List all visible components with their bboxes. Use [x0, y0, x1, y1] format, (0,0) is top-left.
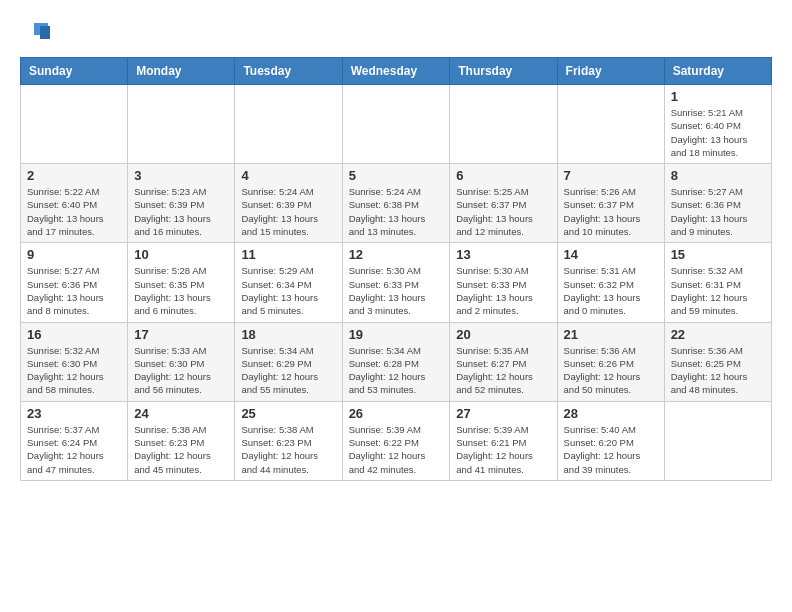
calendar-week-5: 23Sunrise: 5:37 AMSunset: 6:24 PMDayligh… — [21, 401, 772, 480]
calendar-cell: 2Sunrise: 5:22 AMSunset: 6:40 PMDaylight… — [21, 164, 128, 243]
day-number: 19 — [349, 327, 444, 342]
calendar-cell: 25Sunrise: 5:38 AMSunset: 6:23 PMDayligh… — [235, 401, 342, 480]
day-number: 23 — [27, 406, 121, 421]
day-info: Sunrise: 5:34 AMSunset: 6:29 PMDaylight:… — [241, 344, 335, 397]
day-info: Sunrise: 5:38 AMSunset: 6:23 PMDaylight:… — [134, 423, 228, 476]
calendar-cell: 5Sunrise: 5:24 AMSunset: 6:38 PMDaylight… — [342, 164, 450, 243]
calendar-cell — [342, 85, 450, 164]
calendar-cell: 26Sunrise: 5:39 AMSunset: 6:22 PMDayligh… — [342, 401, 450, 480]
day-number: 26 — [349, 406, 444, 421]
calendar-cell — [557, 85, 664, 164]
day-info: Sunrise: 5:25 AMSunset: 6:37 PMDaylight:… — [456, 185, 550, 238]
calendar-cell: 15Sunrise: 5:32 AMSunset: 6:31 PMDayligh… — [664, 243, 771, 322]
day-number: 12 — [349, 247, 444, 262]
page-header — [20, 20, 772, 41]
calendar-cell: 12Sunrise: 5:30 AMSunset: 6:33 PMDayligh… — [342, 243, 450, 322]
calendar-cell: 22Sunrise: 5:36 AMSunset: 6:25 PMDayligh… — [664, 322, 771, 401]
calendar-cell: 1Sunrise: 5:21 AMSunset: 6:40 PMDaylight… — [664, 85, 771, 164]
calendar-cell: 9Sunrise: 5:27 AMSunset: 6:36 PMDaylight… — [21, 243, 128, 322]
day-number: 21 — [564, 327, 658, 342]
calendar-week-1: 1Sunrise: 5:21 AMSunset: 6:40 PMDaylight… — [21, 85, 772, 164]
calendar-cell: 8Sunrise: 5:27 AMSunset: 6:36 PMDaylight… — [664, 164, 771, 243]
day-info: Sunrise: 5:29 AMSunset: 6:34 PMDaylight:… — [241, 264, 335, 317]
day-info: Sunrise: 5:23 AMSunset: 6:39 PMDaylight:… — [134, 185, 228, 238]
calendar-cell: 18Sunrise: 5:34 AMSunset: 6:29 PMDayligh… — [235, 322, 342, 401]
day-number: 25 — [241, 406, 335, 421]
calendar-cell: 24Sunrise: 5:38 AMSunset: 6:23 PMDayligh… — [128, 401, 235, 480]
day-info: Sunrise: 5:36 AMSunset: 6:25 PMDaylight:… — [671, 344, 765, 397]
day-info: Sunrise: 5:24 AMSunset: 6:38 PMDaylight:… — [349, 185, 444, 238]
day-info: Sunrise: 5:40 AMSunset: 6:20 PMDaylight:… — [564, 423, 658, 476]
day-number: 15 — [671, 247, 765, 262]
calendar-week-3: 9Sunrise: 5:27 AMSunset: 6:36 PMDaylight… — [21, 243, 772, 322]
day-info: Sunrise: 5:33 AMSunset: 6:30 PMDaylight:… — [134, 344, 228, 397]
day-info: Sunrise: 5:28 AMSunset: 6:35 PMDaylight:… — [134, 264, 228, 317]
calendar-cell: 20Sunrise: 5:35 AMSunset: 6:27 PMDayligh… — [450, 322, 557, 401]
day-info: Sunrise: 5:34 AMSunset: 6:28 PMDaylight:… — [349, 344, 444, 397]
calendar-week-2: 2Sunrise: 5:22 AMSunset: 6:40 PMDaylight… — [21, 164, 772, 243]
calendar-week-4: 16Sunrise: 5:32 AMSunset: 6:30 PMDayligh… — [21, 322, 772, 401]
weekday-header-tuesday: Tuesday — [235, 58, 342, 85]
day-info: Sunrise: 5:39 AMSunset: 6:22 PMDaylight:… — [349, 423, 444, 476]
day-info: Sunrise: 5:24 AMSunset: 6:39 PMDaylight:… — [241, 185, 335, 238]
weekday-header-thursday: Thursday — [450, 58, 557, 85]
calendar-cell: 27Sunrise: 5:39 AMSunset: 6:21 PMDayligh… — [450, 401, 557, 480]
day-number: 18 — [241, 327, 335, 342]
calendar-cell: 28Sunrise: 5:40 AMSunset: 6:20 PMDayligh… — [557, 401, 664, 480]
calendar-cell: 17Sunrise: 5:33 AMSunset: 6:30 PMDayligh… — [128, 322, 235, 401]
weekday-header-wednesday: Wednesday — [342, 58, 450, 85]
calendar-header-row: SundayMondayTuesdayWednesdayThursdayFrid… — [21, 58, 772, 85]
calendar-cell — [21, 85, 128, 164]
day-info: Sunrise: 5:27 AMSunset: 6:36 PMDaylight:… — [27, 264, 121, 317]
calendar-cell — [128, 85, 235, 164]
day-info: Sunrise: 5:22 AMSunset: 6:40 PMDaylight:… — [27, 185, 121, 238]
day-number: 17 — [134, 327, 228, 342]
day-number: 22 — [671, 327, 765, 342]
calendar-cell: 6Sunrise: 5:25 AMSunset: 6:37 PMDaylight… — [450, 164, 557, 243]
day-info: Sunrise: 5:21 AMSunset: 6:40 PMDaylight:… — [671, 106, 765, 159]
calendar-cell: 3Sunrise: 5:23 AMSunset: 6:39 PMDaylight… — [128, 164, 235, 243]
calendar-table: SundayMondayTuesdayWednesdayThursdayFrid… — [20, 57, 772, 481]
day-number: 8 — [671, 168, 765, 183]
weekday-header-sunday: Sunday — [21, 58, 128, 85]
calendar-cell — [664, 401, 771, 480]
weekday-header-friday: Friday — [557, 58, 664, 85]
day-number: 20 — [456, 327, 550, 342]
day-info: Sunrise: 5:30 AMSunset: 6:33 PMDaylight:… — [349, 264, 444, 317]
calendar-cell: 14Sunrise: 5:31 AMSunset: 6:32 PMDayligh… — [557, 243, 664, 322]
day-info: Sunrise: 5:27 AMSunset: 6:36 PMDaylight:… — [671, 185, 765, 238]
weekday-header-saturday: Saturday — [664, 58, 771, 85]
day-info: Sunrise: 5:31 AMSunset: 6:32 PMDaylight:… — [564, 264, 658, 317]
calendar-cell: 13Sunrise: 5:30 AMSunset: 6:33 PMDayligh… — [450, 243, 557, 322]
calendar-cell: 10Sunrise: 5:28 AMSunset: 6:35 PMDayligh… — [128, 243, 235, 322]
day-number: 4 — [241, 168, 335, 183]
calendar-cell: 21Sunrise: 5:36 AMSunset: 6:26 PMDayligh… — [557, 322, 664, 401]
day-number: 13 — [456, 247, 550, 262]
day-info: Sunrise: 5:30 AMSunset: 6:33 PMDaylight:… — [456, 264, 550, 317]
day-info: Sunrise: 5:32 AMSunset: 6:31 PMDaylight:… — [671, 264, 765, 317]
calendar-cell: 7Sunrise: 5:26 AMSunset: 6:37 PMDaylight… — [557, 164, 664, 243]
day-info: Sunrise: 5:26 AMSunset: 6:37 PMDaylight:… — [564, 185, 658, 238]
weekday-header-monday: Monday — [128, 58, 235, 85]
day-number: 7 — [564, 168, 658, 183]
day-number: 14 — [564, 247, 658, 262]
day-number: 10 — [134, 247, 228, 262]
day-number: 16 — [27, 327, 121, 342]
calendar-cell — [235, 85, 342, 164]
day-info: Sunrise: 5:38 AMSunset: 6:23 PMDaylight:… — [241, 423, 335, 476]
logo-icon — [26, 21, 50, 41]
logo — [20, 20, 50, 41]
calendar-cell: 19Sunrise: 5:34 AMSunset: 6:28 PMDayligh… — [342, 322, 450, 401]
day-number: 24 — [134, 406, 228, 421]
day-number: 9 — [27, 247, 121, 262]
day-number: 2 — [27, 168, 121, 183]
day-number: 11 — [241, 247, 335, 262]
calendar-cell: 23Sunrise: 5:37 AMSunset: 6:24 PMDayligh… — [21, 401, 128, 480]
day-info: Sunrise: 5:32 AMSunset: 6:30 PMDaylight:… — [27, 344, 121, 397]
calendar-cell: 4Sunrise: 5:24 AMSunset: 6:39 PMDaylight… — [235, 164, 342, 243]
day-number: 27 — [456, 406, 550, 421]
day-number: 1 — [671, 89, 765, 104]
day-info: Sunrise: 5:36 AMSunset: 6:26 PMDaylight:… — [564, 344, 658, 397]
day-number: 6 — [456, 168, 550, 183]
day-number: 5 — [349, 168, 444, 183]
